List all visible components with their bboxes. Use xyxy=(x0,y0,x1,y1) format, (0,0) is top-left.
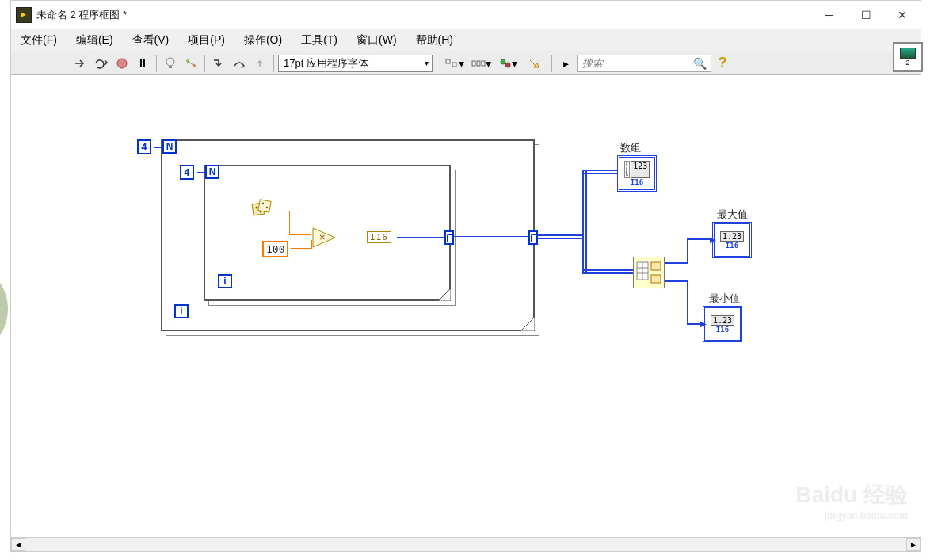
close-button[interactable]: ✕ xyxy=(884,1,921,29)
to-i16-node[interactable]: I16 xyxy=(367,231,391,243)
outer-loop-count-const[interactable]: 4 xyxy=(137,139,151,154)
menu-tools[interactable]: 工具(T) xyxy=(296,32,342,49)
svg-point-0 xyxy=(117,59,127,68)
menu-bar: 文件(F) 编辑(E) 查看(V) 项目(P) 操作(O) 工具(T) 窗口(W… xyxy=(11,29,921,51)
maximize-button[interactable]: ☐ xyxy=(848,1,884,29)
wire xyxy=(665,262,688,264)
array-max-min-node[interactable] xyxy=(633,257,665,288)
pause-button[interactable]: II xyxy=(133,54,152,73)
wire-2d xyxy=(582,269,633,274)
step-into-button[interactable] xyxy=(209,54,228,73)
run-continuous-button[interactable] xyxy=(92,54,111,73)
menu-help[interactable]: 帮助(H) xyxy=(411,32,458,49)
svg-rect-6 xyxy=(452,63,456,67)
resize-button[interactable]: ▾ xyxy=(495,54,520,73)
search-icon: 🔍 xyxy=(693,57,707,70)
svg-point-16 xyxy=(262,203,264,204)
svg-rect-9 xyxy=(482,61,485,66)
retain-wire-button[interactable] xyxy=(181,54,200,73)
array-indicator[interactable]: ijk 123 I16 xyxy=(617,155,657,192)
scroll-right-button[interactable]: ► xyxy=(906,538,921,551)
wire-2d xyxy=(538,234,584,239)
run-continuous-icon xyxy=(94,57,109,70)
scroll-left-button[interactable]: ◄ xyxy=(11,538,25,551)
array-indicator-label: 数组 xyxy=(620,141,641,155)
highlight-exec-button[interactable] xyxy=(161,54,180,73)
svg-point-1 xyxy=(166,58,174,66)
font-selector[interactable]: 17pt 应用程序字体 xyxy=(278,55,433,72)
wire xyxy=(454,236,530,238)
svg-point-11 xyxy=(505,63,510,67)
constant-100[interactable]: 100 xyxy=(262,241,288,257)
menu-file[interactable]: 文件(F) xyxy=(16,32,62,49)
multiply-node[interactable]: × xyxy=(311,227,338,251)
title-bar: 未命名 2 程序框图 * ─ ☐ ✕ xyxy=(11,1,921,29)
abort-icon xyxy=(116,58,128,69)
outer-tunnel[interactable] xyxy=(528,230,538,245)
wire xyxy=(197,172,205,173)
min-indicator-label: 最小值 xyxy=(709,291,740,306)
svg-point-10 xyxy=(501,59,505,64)
step-into-icon xyxy=(212,58,225,69)
app-window: 未命名 2 程序框图 * ─ ☐ ✕ 文件(F) 编辑(E) 查看(V) 项目(… xyxy=(10,0,921,552)
abort-button[interactable] xyxy=(112,54,132,73)
wire xyxy=(665,280,688,282)
outer-loop-n-terminal[interactable]: N xyxy=(162,139,177,154)
outer-loop-i-terminal[interactable]: i xyxy=(174,304,189,318)
inner-loop-n-terminal[interactable]: N xyxy=(205,165,219,179)
inner-loop-count-const[interactable]: 4 xyxy=(180,165,194,180)
run-button[interactable] xyxy=(71,54,90,73)
svg-rect-7 xyxy=(472,61,475,66)
step-over-button[interactable] xyxy=(230,54,249,73)
reorder2-button[interactable]: ▸ xyxy=(556,54,575,73)
broom-icon xyxy=(528,58,542,69)
font-selector-label: 17pt 应用程序字体 xyxy=(284,56,368,70)
min-indicator[interactable]: ▶ 1.23 I16 xyxy=(703,306,742,342)
search-input[interactable] xyxy=(577,55,711,72)
wire xyxy=(273,211,289,211)
cleanup-icon xyxy=(499,58,512,69)
menu-project[interactable]: 项目(P) xyxy=(183,32,230,49)
scroll-track[interactable] xyxy=(25,538,906,551)
random-number-node[interactable] xyxy=(251,199,273,221)
wire xyxy=(687,238,688,264)
svg-rect-8 xyxy=(477,61,480,66)
vi-icon-badge[interactable]: 2 xyxy=(893,42,923,72)
block-diagram-canvas[interactable]: 4 N i 4 N i 100 × I16 xyxy=(12,76,920,537)
cropped-background xyxy=(0,143,10,459)
svg-rect-2 xyxy=(169,66,172,68)
watermark: Baidu 经验 jingyan.baidu.com xyxy=(795,480,908,521)
svg-point-13 xyxy=(256,207,258,209)
max-indicator[interactable]: ▶ 1.23 I16 xyxy=(712,222,752,258)
run-arrow-icon xyxy=(74,58,87,69)
wire xyxy=(311,240,312,249)
inner-loop-i-terminal[interactable]: i xyxy=(218,274,232,288)
max-indicator-label: 最大值 xyxy=(717,208,748,222)
toolbar: II 17pt 应用程序字体 ▾ ▾ ▾ xyxy=(11,51,921,75)
menu-edit[interactable]: 编辑(E) xyxy=(71,32,118,49)
svg-point-17 xyxy=(266,207,268,208)
wire-2d xyxy=(582,170,587,272)
svg-rect-5 xyxy=(446,59,450,63)
horizontal-scrollbar[interactable]: ◄ ► xyxy=(11,537,921,551)
step-out-button[interactable] xyxy=(250,54,269,73)
step-out-icon xyxy=(254,58,266,69)
svg-text:×: × xyxy=(319,231,326,243)
menu-view[interactable]: 查看(V) xyxy=(128,32,174,49)
wire-2d xyxy=(582,170,620,174)
menu-window[interactable]: 窗口(W) xyxy=(352,32,402,49)
inner-tunnel[interactable] xyxy=(444,230,454,245)
app-icon xyxy=(16,7,32,23)
help-button[interactable]: ? xyxy=(713,54,732,73)
minimize-button[interactable]: ─ xyxy=(811,1,848,29)
align-icon xyxy=(444,58,459,69)
wire xyxy=(289,234,311,235)
bulb-icon xyxy=(165,57,176,70)
window-title: 未命名 2 程序框图 * xyxy=(36,8,127,22)
wire xyxy=(154,147,162,148)
reorder-button[interactable] xyxy=(522,54,547,73)
distribute-button[interactable]: ▾ xyxy=(468,54,494,73)
menu-operate[interactable]: 操作(O) xyxy=(239,32,287,49)
wire xyxy=(335,238,367,238)
align-button[interactable]: ▾ xyxy=(441,54,467,73)
